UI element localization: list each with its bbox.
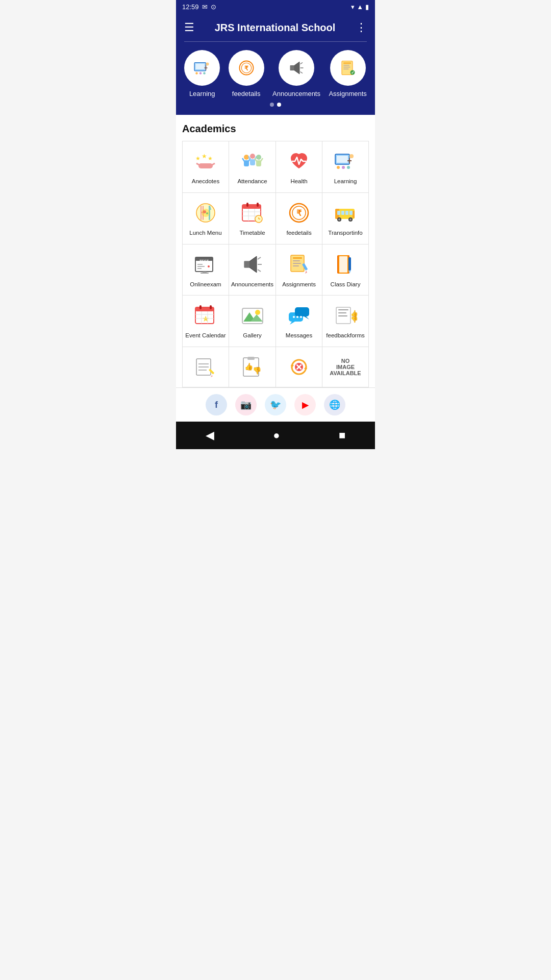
svg-line-13 xyxy=(300,63,303,64)
signal-icon: ▲ xyxy=(357,3,363,11)
svg-rect-74 xyxy=(349,211,353,215)
feedback-icon: 👍 👎 xyxy=(333,303,358,328)
carousel-label-assignments: Assignments xyxy=(329,90,366,97)
svg-rect-139 xyxy=(247,357,255,360)
twitter-icon: 🐦 xyxy=(270,399,281,410)
svg-rect-32 xyxy=(250,159,255,165)
facebook-button[interactable]: f xyxy=(206,394,227,415)
facebook-icon: f xyxy=(215,400,218,410)
no-image-text: NOIMAGEAVAILABLE xyxy=(330,358,361,376)
fee-svg: ₹ xyxy=(237,59,256,77)
svg-rect-18 xyxy=(343,65,349,66)
svg-point-35 xyxy=(256,155,261,160)
carousel-dots xyxy=(180,97,371,111)
svg-rect-98 xyxy=(293,265,299,266)
feedback2-icon: 👍 👎 xyxy=(240,354,265,380)
carousel-item-learning[interactable]: Learning xyxy=(184,50,220,97)
learning2-label: Learning xyxy=(334,178,357,185)
carousel-item-announcements[interactable]: Announcements xyxy=(272,50,320,97)
svg-point-27 xyxy=(244,155,249,160)
recent-button[interactable]: ■ xyxy=(339,429,345,442)
eventcal-icon: ★ xyxy=(193,303,218,328)
svg-rect-129 xyxy=(338,309,348,310)
svg-point-54 xyxy=(206,212,208,214)
assign2-icon xyxy=(286,252,312,277)
timetable-icon xyxy=(240,200,265,226)
youtube-button[interactable]: ▶ xyxy=(294,394,316,415)
more-button[interactable]: ⋮ xyxy=(356,21,367,34)
dot-2[interactable] xyxy=(277,103,281,107)
grid-item-messages[interactable]: Messages xyxy=(276,296,322,347)
eventcal-label: Event Calendar xyxy=(185,332,226,339)
checklist-icon xyxy=(193,354,218,380)
svg-point-125 xyxy=(300,316,302,318)
grid-item-noimage[interactable]: NOIMAGEAVAILABLE xyxy=(322,347,369,387)
svg-text:₹: ₹ xyxy=(244,65,248,72)
svg-text:★: ★ xyxy=(195,155,201,161)
grid-item-announcements[interactable]: Announcements xyxy=(229,244,276,296)
assignments2-label: Assignments xyxy=(282,281,316,288)
grid-item-gallery[interactable]: Gallery xyxy=(229,296,276,347)
lunch-label: Lunch Menu xyxy=(189,230,221,237)
carousel-item-feedetails[interactable]: ₹ feedetails xyxy=(229,50,264,97)
svg-rect-104 xyxy=(348,257,351,271)
grid-item-eventcal[interactable]: ★ Event Calendar xyxy=(183,296,229,347)
status-bar: 12:59 ✉ ⊙ ▾ ▲ ▮ xyxy=(176,0,375,14)
grid-item-feedetails[interactable]: ₹ feedetails xyxy=(276,193,322,244)
website-button[interactable]: 🌐 xyxy=(324,394,345,415)
grid-item-anecdotes[interactable]: ★ ★ ★ Anecdotes xyxy=(183,141,229,193)
grid-item-attendance[interactable]: Attendance xyxy=(229,141,276,193)
svg-rect-57 xyxy=(246,203,248,207)
grid-item-classdiary[interactable]: Class Diary xyxy=(322,244,369,296)
svg-line-91 xyxy=(258,257,261,259)
carousel-icon-announcements xyxy=(279,50,314,86)
instagram-icon: 📷 xyxy=(240,399,252,410)
grid-item-assignments[interactable]: Assignments xyxy=(276,244,322,296)
svg-text:✓: ✓ xyxy=(350,70,354,75)
carousel-icon-assignments: ✓ xyxy=(330,50,366,86)
learning2-icon xyxy=(333,149,358,174)
grid-item-learning[interactable]: Learning xyxy=(322,141,369,193)
carousel-item-assignments[interactable]: ✓ Assignments xyxy=(329,50,366,97)
app-title: JRS International School xyxy=(194,22,356,34)
grid-item-lunch[interactable]: Lunch Menu xyxy=(183,193,229,244)
svg-rect-109 xyxy=(210,305,212,309)
grid-item-row5c1[interactable] xyxy=(183,347,229,387)
transport-label: Transportinfo xyxy=(328,230,362,237)
menu-button[interactable]: ☰ xyxy=(184,21,194,34)
fee2-icon: ₹ xyxy=(286,200,312,226)
svg-rect-121 xyxy=(295,307,309,316)
academics-section: Academics ★ ★ ★ Anecdotes xyxy=(176,115,375,387)
exam-icon: TEST xyxy=(193,252,218,277)
grid-item-feedback[interactable]: 👍 👎 feedbackforms xyxy=(322,296,369,347)
svg-line-93 xyxy=(258,270,261,272)
carousel-label-announcements: Announcements xyxy=(272,90,320,97)
svg-rect-19 xyxy=(343,67,350,68)
svg-rect-79 xyxy=(353,211,355,218)
svg-text:★: ★ xyxy=(208,155,213,161)
twitter-button[interactable]: 🐦 xyxy=(265,394,286,415)
svg-point-86 xyxy=(208,265,210,267)
instagram-button[interactable]: 📷 xyxy=(235,394,257,415)
svg-point-44 xyxy=(337,166,340,169)
carousel-label-feedetails: feedetails xyxy=(232,90,261,97)
svg-rect-58 xyxy=(257,203,259,207)
grid-item-transport[interactable]: Transportinfo xyxy=(322,193,369,244)
battery-icon: ▮ xyxy=(365,3,369,11)
svg-text:TEST: TEST xyxy=(199,259,209,263)
back-button[interactable]: ◀ xyxy=(206,429,214,442)
svg-line-38 xyxy=(261,158,263,161)
grid-item-row5c2[interactable]: 👍 👎 xyxy=(229,347,276,387)
grid-item-onlineexam[interactable]: TEST Onlineexam xyxy=(183,244,229,296)
svg-rect-71 xyxy=(337,211,340,215)
grid-item-health[interactable]: Health xyxy=(276,141,322,193)
carousel-section: Learning ₹ feedetails xyxy=(176,42,375,115)
health-icon xyxy=(286,149,312,174)
dot-1[interactable] xyxy=(270,103,274,107)
home-button[interactable]: ● xyxy=(273,429,280,442)
grid-item-timetable[interactable]: Timetable xyxy=(229,193,276,244)
svg-text:👎: 👎 xyxy=(253,366,262,375)
svg-marker-137 xyxy=(211,375,213,377)
svg-rect-73 xyxy=(345,211,348,215)
grid-item-row5c3[interactable] xyxy=(276,347,322,387)
